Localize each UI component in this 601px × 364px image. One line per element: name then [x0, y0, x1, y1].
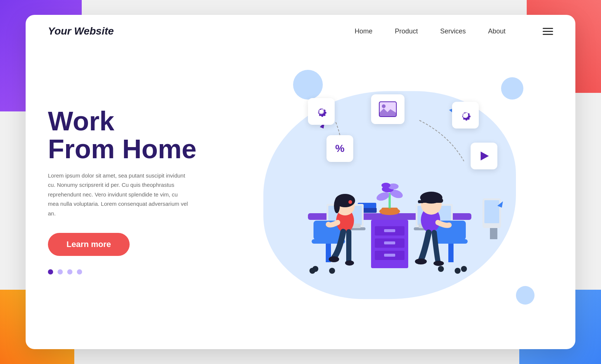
carousel-dots: [48, 269, 226, 274]
float-card-percent: %: [327, 135, 353, 162]
main-content: Work From Home Lorem ipsum dolor sit ame…: [26, 48, 575, 349]
hero-description: Lorem ipsum dolor sit amet, sea putant s…: [48, 171, 189, 218]
svg-rect-60: [484, 200, 499, 223]
svg-rect-52: [421, 198, 443, 203]
svg-rect-47: [448, 244, 454, 262]
svg-rect-53: [418, 200, 424, 203]
dot-4[interactable]: [77, 269, 82, 274]
percent-symbol: %: [335, 143, 345, 155]
float-card-play: [471, 143, 497, 169]
hero-headline: Work From Home: [48, 107, 226, 163]
scene-container: %: [263, 87, 516, 295]
svg-point-40: [348, 200, 352, 204]
dot-1[interactable]: [48, 269, 53, 274]
dot-3[interactable]: [67, 269, 72, 274]
svg-point-17: [376, 191, 391, 202]
svg-point-54: [415, 259, 427, 264]
learn-more-button[interactable]: Learn more: [48, 233, 130, 256]
svg-rect-15: [381, 208, 398, 214]
gear-left-icon: [314, 104, 329, 119]
svg-rect-11: [384, 241, 395, 244]
nav-product[interactable]: Product: [395, 27, 418, 35]
float-card-gear-right: [452, 102, 479, 129]
dot-2[interactable]: [58, 269, 63, 274]
svg-point-4: [382, 104, 386, 108]
svg-point-42: [345, 260, 354, 266]
nav-home[interactable]: Home: [355, 27, 373, 35]
site-logo: Your Website: [48, 25, 114, 37]
svg-rect-61: [490, 228, 497, 239]
svg-point-45: [309, 268, 315, 274]
svg-rect-9: [384, 229, 395, 232]
nav-services[interactable]: Services: [440, 27, 466, 35]
svg-rect-13: [384, 254, 395, 257]
hamburger-menu[interactable]: [543, 28, 553, 35]
gear-right-icon: [458, 108, 473, 123]
float-card-image: [371, 94, 405, 124]
svg-point-58: [461, 266, 467, 272]
svg-point-21: [381, 183, 390, 188]
hamburger-line: [543, 28, 553, 29]
play-icon: [478, 150, 490, 162]
svg-point-55: [433, 261, 444, 266]
hamburger-line: [543, 31, 553, 32]
float-card-gear-left: [308, 98, 335, 125]
hamburger-line: [543, 34, 553, 35]
hero-illustration: %: [226, 48, 553, 334]
image-icon: [378, 100, 398, 118]
svg-point-39: [334, 198, 340, 213]
nav-about[interactable]: About: [488, 27, 506, 35]
main-nav: Home Product Services About: [355, 27, 553, 35]
svg-marker-5: [481, 152, 489, 160]
svg-point-57: [455, 268, 461, 274]
blob-small-br: [516, 286, 535, 305]
main-card: Your Website Home Product Services About…: [26, 15, 575, 349]
svg-point-44: [329, 268, 335, 274]
svg-point-56: [438, 266, 444, 272]
site-header: Your Website Home Product Services About: [26, 15, 575, 48]
svg-point-41: [329, 256, 339, 262]
hero-left: Work From Home Lorem ipsum dolor sit ame…: [48, 107, 226, 275]
